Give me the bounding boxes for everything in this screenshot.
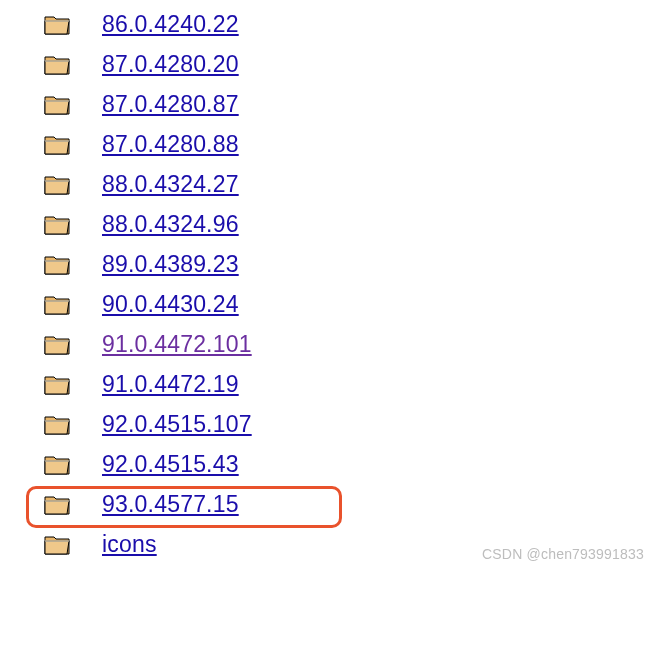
directory-link[interactable]: 88.0.4324.96 (102, 211, 239, 238)
list-item: 87.0.4280.88 (44, 124, 660, 164)
folder-icon (44, 292, 70, 316)
directory-link[interactable]: 88.0.4324.27 (102, 171, 239, 198)
directory-link[interactable]: 92.0.4515.43 (102, 451, 239, 478)
folder-icon (44, 212, 70, 236)
list-item: 87.0.4280.87 (44, 84, 660, 124)
folder-icon (44, 52, 70, 76)
folder-icon (44, 532, 70, 556)
directory-link[interactable]: 91.0.4472.101 (102, 331, 252, 358)
folder-icon (44, 452, 70, 476)
directory-link[interactable]: 89.0.4389.23 (102, 251, 239, 278)
folder-icon (44, 492, 70, 516)
folder-icon (44, 412, 70, 436)
list-item: 88.0.4324.96 (44, 204, 660, 244)
directory-link[interactable]: 90.0.4430.24 (102, 291, 239, 318)
folder-icon (44, 132, 70, 156)
folder-icon (44, 172, 70, 196)
folder-icon (44, 12, 70, 36)
list-item: 87.0.4280.20 (44, 44, 660, 84)
directory-link[interactable]: 92.0.4515.107 (102, 411, 252, 438)
directory-link[interactable]: 87.0.4280.87 (102, 91, 239, 118)
list-item: 92.0.4515.43 (44, 444, 660, 484)
directory-link[interactable]: 93.0.4577.15 (102, 491, 239, 518)
list-item: 92.0.4515.107 (44, 404, 660, 444)
directory-link[interactable]: 86.0.4240.22 (102, 11, 239, 38)
directory-link[interactable]: icons (102, 531, 157, 558)
list-item: 89.0.4389.23 (44, 244, 660, 284)
folder-icon (44, 92, 70, 116)
folder-icon (44, 372, 70, 396)
list-item: 90.0.4430.24 (44, 284, 660, 324)
directory-link[interactable]: 91.0.4472.19 (102, 371, 239, 398)
folder-icon (44, 252, 70, 276)
list-item: 88.0.4324.27 (44, 164, 660, 204)
list-item: 86.0.4240.22 (44, 4, 660, 44)
watermark-text: CSDN @chen793991833 (482, 546, 644, 562)
list-item: 93.0.4577.15 (44, 484, 660, 524)
directory-listing: 86.0.4240.2287.0.4280.2087.0.4280.8787.0… (0, 4, 660, 564)
directory-link[interactable]: 87.0.4280.20 (102, 51, 239, 78)
folder-icon (44, 332, 70, 356)
list-item: 91.0.4472.101 (44, 324, 660, 364)
list-item: 91.0.4472.19 (44, 364, 660, 404)
directory-link[interactable]: 87.0.4280.88 (102, 131, 239, 158)
